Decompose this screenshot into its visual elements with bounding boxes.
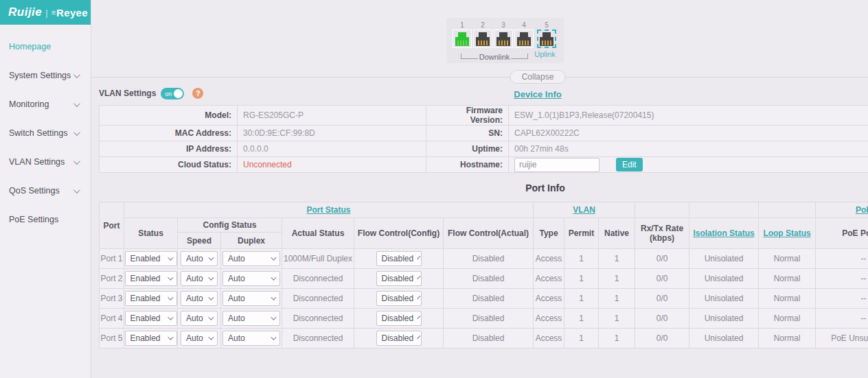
collapse-button[interactable]: Collapse [510,70,566,84]
chevron-down-icon [271,294,276,300]
speed-select[interactable]: Auto [181,251,218,266]
cloud-status-label: Cloud Status: [100,157,238,173]
empty-header-cell [635,202,689,218]
chevron-down-icon [168,334,173,340]
table-row: Model: RG-ES205GC-P Firmware Version: ES… [100,106,868,126]
flow-control-select[interactable]: Disabled [376,331,422,346]
col-port: Port [100,202,124,249]
vlan-settings-toggle[interactable]: on [161,88,184,99]
sidebar-item-switch-settings[interactable]: Switch Settings [0,126,91,140]
sidebar: Ruijie | ≡ Reyee Homepage System Setting… [0,0,91,378]
rx-tx-rate: 0/0 [635,269,689,289]
flow-control-select[interactable]: Disabled [376,311,422,326]
hostname-input[interactable] [514,158,599,172]
port-number: 2 [473,21,492,29]
select-value: Auto [228,314,245,323]
duplex-select[interactable]: Auto [222,331,280,346]
sidebar-item-qos-settings[interactable]: QoS Settings [0,184,91,198]
vlan-native: 1 [599,249,635,269]
select-value: Enabled [130,254,161,263]
select-value: Disabled [382,254,414,263]
speed-select[interactable]: Auto [181,271,218,286]
select-value: Auto [228,274,245,283]
speed-select[interactable]: Auto [181,311,218,326]
uptime-value: 00h 27min 48s [509,141,868,157]
model-value: RG-ES205GC-P [238,106,426,126]
flow-control-select[interactable]: Disabled [376,251,422,266]
actual-status: Disconnected [282,329,354,349]
port-1-connected-icon[interactable] [453,29,472,48]
chevron-down-icon [271,255,276,260]
poe-power: -- [816,309,868,329]
port-4-icon[interactable] [514,29,534,48]
select-value: Auto [186,314,203,323]
sidebar-item-monitoring[interactable]: Monitoring [0,97,91,111]
toggle-on-label: on [165,91,172,97]
status-select[interactable]: Enabled [125,291,177,306]
sidebar-item-vlan-settings[interactable]: VLAN Settings [0,155,91,169]
speed-select[interactable]: Auto [181,291,218,306]
chevron-down-icon [73,129,80,136]
isolation-status: Unisolated [689,329,759,349]
select-value: Auto [228,254,245,263]
select-value: Enabled [130,274,161,283]
port-info-title-row: Port Info [99,182,868,195]
port-2-icon[interactable] [473,29,492,48]
firmware-label: Firmware Version: [426,106,509,126]
actual-status: Disconnected [282,289,354,309]
chevron-down-icon [73,158,80,165]
status-select[interactable]: Enabled [125,251,177,266]
chevron-down-icon [208,294,214,300]
duplex-select[interactable]: Auto [222,271,280,286]
chevron-down-icon [168,274,173,280]
duplex-select[interactable]: Auto [222,291,280,306]
reyee-logo: Reyee [56,7,88,19]
poe-power: -- [816,249,868,269]
device-info-link[interactable]: Device Info [514,89,561,99]
edit-hostname-button[interactable]: Edit [616,158,643,172]
loop-status-link[interactable]: Loop Status [763,228,810,238]
select-value: Auto [186,294,203,303]
sidebar-item-homepage[interactable]: Homepage [0,40,91,54]
status-select[interactable]: Enabled [125,271,177,286]
chevron-down-icon [73,100,80,107]
port-label: Port 2 [100,269,124,289]
port-number: 3 [494,21,513,29]
chevron-down-icon [208,255,214,260]
speed-select[interactable]: Auto [181,331,218,346]
sn-value: CAPL62X00222C [509,126,868,141]
status-select[interactable]: Enabled [125,331,177,346]
poe-power: -- [816,289,868,309]
ip-value: 0.0.0.0 [238,141,426,157]
vlan-permit: 1 [564,329,599,349]
loop-status: Normal [759,289,816,309]
col-permit: Permit [564,218,599,249]
chevron-down-icon [271,334,276,340]
poe-link[interactable]: PoE [856,205,868,215]
sidebar-item-system-settings[interactable]: System Settings [0,69,91,82]
vlan-link[interactable]: VLAN [573,205,595,215]
duplex-select[interactable]: Auto [222,251,280,266]
logo-divider: | [45,8,47,18]
content-area: VLAN Settings on ? Device Info Model: RG… [91,78,868,349]
flow-control-select[interactable]: Disabled [376,291,422,306]
col-config-status: Config Status [178,218,282,233]
duplex-select[interactable]: Auto [222,311,280,326]
vlan-permit: 1 [564,249,599,269]
sidebar-item-poe-settings[interactable]: PoE Settings [0,213,91,226]
port-status-link[interactable]: Port Status [307,205,351,215]
help-icon[interactable]: ? [192,88,203,99]
port-info-clip: Port Port Status VLAN PoE Status Config … [99,195,868,349]
isolation-status-link[interactable]: Isolation Status [693,228,754,238]
sidebar-nav: Homepage System Settings Monitoring Swit… [0,25,91,226]
port-3-icon[interactable] [494,29,513,48]
col-type: Type [534,218,564,249]
chevron-down-icon [271,314,276,320]
port-number: 4 [514,21,534,29]
status-select[interactable]: Enabled [125,311,177,326]
port-5-uplink-icon[interactable] [537,29,556,48]
chevron-down-icon [418,276,421,279]
chevron-down-icon [418,316,421,319]
cloud-status-value: Unconnected [238,157,426,173]
flow-control-select[interactable]: Disabled [376,271,422,286]
